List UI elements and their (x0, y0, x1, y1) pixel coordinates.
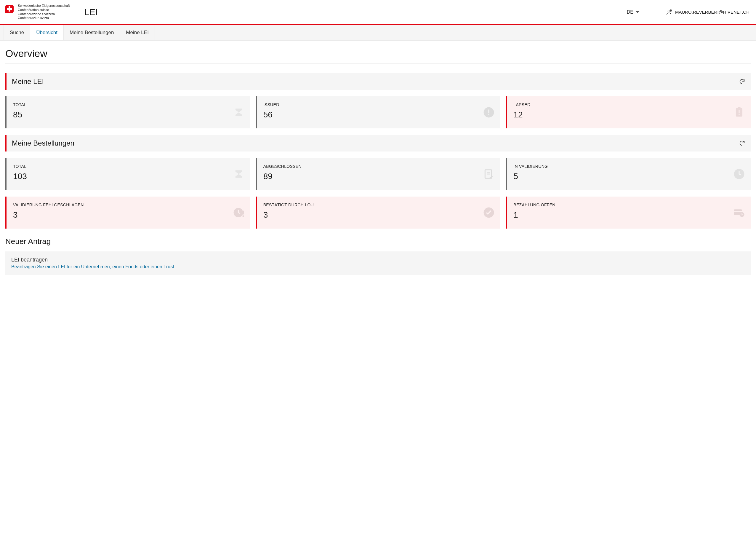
confederation-text: Schweizerische Eidgenossenschaft Confédé… (18, 4, 70, 20)
card-payment-open[interactable]: BEZAHLUNG OFFEN 1 (506, 197, 751, 228)
user-menu[interactable]: MAURO.REVERBERI@HIVENET.CH (659, 9, 756, 15)
language-label: DE (627, 9, 633, 15)
card-value: 5 (513, 172, 744, 181)
section-header-orders: Meine Bestellungen (5, 135, 751, 152)
section-header-mylei: Meine LEI (5, 73, 751, 90)
card-label: TOTAL (13, 102, 244, 107)
new-request-subtitle[interactable]: Beantragen Sie einen LEI für ein Unterne… (11, 264, 745, 269)
confed-line: Confederaziun svizra (18, 16, 70, 20)
card-total-lei[interactable]: TOTAL 85 (5, 96, 250, 128)
card-value: 12 (513, 110, 744, 120)
card-value: 89 (263, 172, 494, 181)
svg-rect-8 (739, 114, 740, 115)
credit-card-clock-icon (734, 207, 745, 218)
chevron-down-icon (636, 10, 639, 14)
main-content: Overview Meine LEI TOTAL 85 ISSUED 56 LA… (0, 41, 756, 287)
tab-orders[interactable]: Meine Bestellungen (64, 25, 120, 40)
svg-rect-7 (739, 110, 740, 113)
card-label: BESTÄTIGT DURCH LOU (263, 203, 494, 207)
card-value: 3 (263, 210, 494, 220)
svg-rect-12 (242, 211, 244, 215)
svg-rect-17 (734, 211, 742, 212)
tab-search[interactable]: Suche (4, 25, 30, 40)
swiss-flag-icon (5, 5, 14, 13)
card-label: ABGESCHLOSSEN (263, 164, 494, 169)
refresh-button[interactable] (739, 78, 745, 85)
svg-point-0 (668, 10, 670, 12)
user-icon (666, 9, 672, 15)
main-tabs: Suche Übersicht Meine Bestellungen Meine… (0, 25, 756, 41)
divider (77, 4, 77, 20)
card-label: VALIDIERUNG FEHLGESCHLAGEN (13, 203, 244, 207)
orders-cards-row2: VALIDIERUNG FEHLGESCHLAGEN 3 BESTÄTIGT D… (5, 197, 751, 228)
tab-overview[interactable]: Übersicht (30, 25, 64, 40)
svg-rect-6 (738, 107, 741, 109)
tab-mylei[interactable]: Meine LEI (120, 25, 155, 40)
section-title: Meine Bestellungen (12, 139, 74, 147)
card-lapsed[interactable]: LAPSED 12 (506, 96, 751, 128)
card-value: 85 (13, 110, 244, 120)
new-request-title: LEI beantragen (11, 257, 745, 263)
card-orders-completed[interactable]: ABGESCHLOSSEN 89 (256, 158, 501, 190)
language-selector[interactable]: DE (621, 9, 645, 15)
alert-circle-icon (483, 107, 494, 118)
page-title: Overview (5, 48, 751, 64)
new-request-heading: Neuer Antrag (5, 237, 751, 246)
card-validation-failed[interactable]: VALIDIERUNG FEHLGESCHLAGEN 3 (5, 197, 250, 228)
refresh-icon (739, 140, 745, 146)
clock-icon (734, 168, 745, 180)
svg-rect-13 (242, 216, 244, 217)
check-circle-icon (483, 207, 494, 218)
card-orders-validating[interactable]: IN VALIDIERUNG 5 (506, 158, 751, 190)
refresh-icon (739, 78, 745, 85)
user-email: MAURO.REVERBERI@HIVENET.CH (675, 9, 750, 14)
card-label: ISSUED (263, 102, 494, 107)
mylei-cards: TOTAL 85 ISSUED 56 LAPSED 12 (5, 96, 751, 128)
card-orders-total[interactable]: TOTAL 103 (5, 158, 250, 190)
confed-line: Confédération suisse (18, 8, 70, 12)
svg-rect-3 (488, 110, 489, 114)
card-label: BEZAHLUNG OFFEN (513, 203, 744, 207)
refresh-button[interactable] (739, 140, 745, 146)
card-label: LAPSED (513, 102, 744, 107)
clock-alert-icon (233, 207, 244, 218)
sigma-icon (233, 168, 244, 180)
card-label: TOTAL (13, 164, 244, 169)
section-title: Meine LEI (12, 77, 44, 86)
document-check-icon (483, 168, 494, 180)
svg-rect-4 (488, 114, 489, 115)
card-value: 103 (13, 172, 244, 181)
divider (652, 4, 652, 20)
confed-line: Confederazione Svizzera (18, 12, 70, 16)
clipboard-alert-icon (734, 107, 745, 118)
brand-block: Schweizerische Eidgenossenschaft Confédé… (5, 4, 70, 20)
card-value: 56 (263, 110, 494, 120)
new-request-panel[interactable]: LEI beantragen Beantragen Sie einen LEI … (5, 251, 751, 275)
sigma-icon (233, 107, 244, 118)
card-label: IN VALIDIERUNG (513, 164, 744, 169)
confed-line: Schweizerische Eidgenossenschaft (18, 4, 70, 8)
orders-cards-row1: TOTAL 103 ABGESCHLOSSEN 89 IN VALIDIERUN… (5, 158, 751, 190)
card-value: 1 (513, 210, 744, 220)
app-title: LEI (84, 7, 98, 17)
card-value: 3 (13, 210, 244, 220)
card-confirmed-lou[interactable]: BESTÄTIGT DURCH LOU 3 (256, 197, 501, 228)
card-issued[interactable]: ISSUED 56 (256, 96, 501, 128)
app-header: Schweizerische Eidgenossenschaft Confédé… (0, 0, 756, 25)
